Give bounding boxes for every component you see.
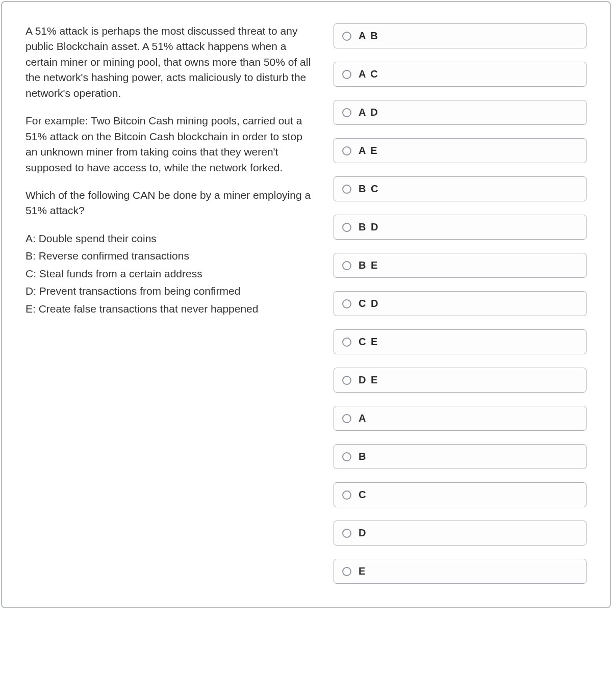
answer-choice[interactable]: B D — [334, 215, 586, 240]
radio-icon — [342, 338, 351, 347]
answer-choice[interactable]: B — [334, 444, 586, 469]
radio-icon — [342, 529, 351, 538]
answer-choice[interactable]: A D — [334, 100, 586, 125]
answer-label: D E — [359, 374, 378, 386]
answer-choice[interactable]: A B — [334, 23, 586, 48]
answer-choice[interactable]: D E — [334, 368, 586, 393]
option-line: A: Double spend their coins — [26, 231, 311, 246]
answer-choice[interactable]: B C — [334, 176, 586, 201]
answer-label: B E — [359, 260, 378, 271]
answer-label: B — [359, 451, 367, 462]
answer-label: A E — [359, 145, 378, 157]
answer-label: A B — [359, 30, 379, 42]
answer-choice[interactable]: B E — [334, 253, 586, 278]
radio-icon — [342, 376, 351, 385]
option-line: C: Steal funds from a certain address — [26, 266, 311, 281]
answer-choice[interactable]: C — [334, 482, 586, 507]
answer-choice[interactable]: E — [334, 559, 586, 584]
answer-label: E — [359, 565, 366, 577]
question-column: A 51% attack is perhaps the most discuss… — [26, 23, 311, 584]
radio-icon — [342, 567, 351, 576]
question-paragraph: A 51% attack is perhaps the most discuss… — [26, 23, 311, 101]
question-paragraph: For example: Two Bitcoin Cash mining poo… — [26, 113, 311, 175]
answer-choice[interactable]: A E — [334, 138, 586, 163]
option-line: E: Create false transactions that never … — [26, 301, 311, 317]
radio-icon — [342, 261, 351, 270]
answers-column: A B A C A D A E B C B D B E C D — [334, 23, 586, 584]
answer-choice[interactable]: C E — [334, 329, 586, 354]
option-line: D: Prevent transactions from being confi… — [26, 283, 311, 299]
answer-label: A D — [359, 107, 379, 118]
question-card: A 51% attack is perhaps the most discuss… — [1, 1, 611, 608]
answer-label: D — [359, 527, 367, 539]
radio-icon — [342, 490, 351, 500]
radio-icon — [342, 32, 351, 41]
answer-label: C E — [359, 336, 378, 348]
answer-label: B C — [359, 183, 379, 195]
answer-label: C — [359, 489, 367, 501]
answer-label: C D — [359, 298, 379, 309]
radio-icon — [342, 223, 351, 232]
radio-icon — [342, 185, 351, 194]
answer-label: A — [359, 412, 367, 424]
radio-icon — [342, 108, 351, 117]
answer-choice[interactable]: D — [334, 521, 586, 546]
options-list: A: Double spend their coins B: Reverse c… — [26, 231, 311, 317]
answer-choice[interactable]: C D — [334, 291, 586, 316]
answer-label: A C — [359, 68, 379, 80]
answer-choice[interactable]: A C — [334, 62, 586, 87]
radio-icon — [342, 414, 351, 423]
option-line: B: Reverse confirmed transactions — [26, 248, 311, 264]
answer-label: B D — [359, 221, 379, 233]
radio-icon — [342, 299, 351, 308]
question-prompt: Which of the following CAN be done by a … — [26, 188, 311, 219]
radio-icon — [342, 146, 351, 155]
radio-icon — [342, 452, 351, 461]
radio-icon — [342, 70, 351, 79]
answer-choice[interactable]: A — [334, 406, 586, 431]
